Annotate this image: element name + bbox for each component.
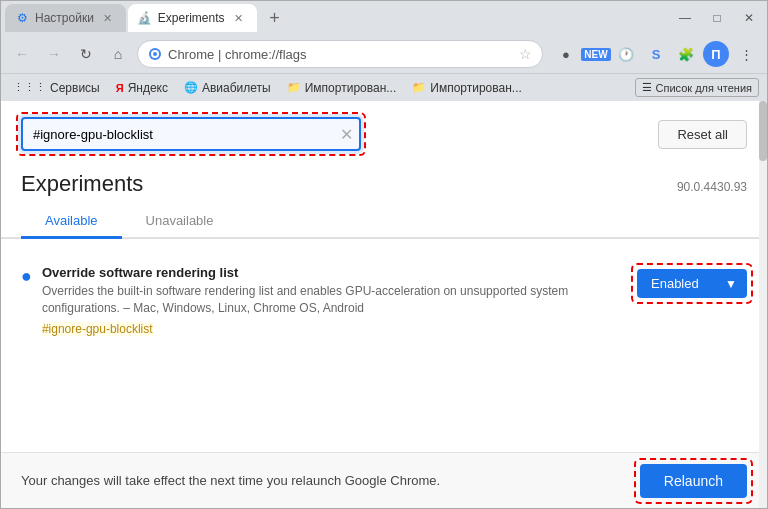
experiment-select[interactable]: Default Enabled Disabled [637, 269, 747, 298]
url-favicon [148, 47, 162, 61]
reading-list-icon: ☰ [642, 81, 652, 94]
reading-list-label: Список для чтения [656, 82, 752, 94]
tab-settings[interactable]: ⚙ Настройки ✕ [5, 4, 126, 32]
bottom-message: Your changes will take effect the next t… [21, 473, 440, 488]
bookmark-yandex[interactable]: Я Яндекс [112, 79, 172, 97]
experiment-flag: #ignore-gpu-blocklist [42, 322, 153, 336]
home-button[interactable]: ⌂ [105, 41, 131, 67]
window-controls: — □ ✕ [671, 4, 763, 32]
bookmark-imported-2[interactable]: 📁 Импортирован... [408, 79, 526, 97]
svg-point-2 [153, 52, 157, 56]
close-button[interactable]: ✕ [735, 4, 763, 32]
tab-experiments[interactable]: 🔬 Experiments ✕ [128, 4, 257, 32]
bookmark-aviabilety[interactable]: 🌐 Авиабилеты [180, 79, 275, 97]
title-bar: ⚙ Настройки ✕ 🔬 Experiments ✕ + — □ ✕ [1, 1, 767, 35]
toolbar-icon-clock[interactable]: 🕐 [613, 41, 639, 67]
imported2-icon: 📁 [412, 81, 426, 94]
experiment-title: Override software rendering list [42, 265, 621, 280]
reset-all-button[interactable]: Reset all [658, 120, 747, 149]
tab-available-label: Available [45, 213, 98, 228]
toolbar-menu-button[interactable]: ⋮ [733, 41, 759, 67]
tab-settings-label: Настройки [35, 11, 94, 25]
reading-list-button[interactable]: ☰ Список для чтения [635, 78, 759, 97]
tab-unavailable-label: Unavailable [146, 213, 214, 228]
forward-button[interactable]: → [41, 41, 67, 67]
url-text: Chrome | chrome://flags [168, 47, 513, 62]
bookmark-imported-1[interactable]: 📁 Импортирован... [283, 79, 401, 97]
bookmarks-bar: ⋮⋮⋮ Сервисы Я Яндекс 🌐 Авиабилеты 📁 Импо… [1, 73, 767, 101]
reset-all-label: Reset all [677, 127, 728, 142]
page-content: ✕ Reset all Experiments 90.0.4430.93 Ava… [1, 101, 767, 508]
bookmark-imported2-label: Импортирован... [430, 81, 522, 95]
search-box-wrapper: ✕ [21, 117, 361, 151]
toolbar-icons: ● NEW 🕐 S 🧩 П ⋮ [553, 41, 759, 67]
settings-gear-icon: ⚙ [15, 11, 29, 25]
new-tab-button[interactable]: + [261, 4, 289, 32]
url-bar[interactable]: Chrome | chrome://flags ☆ [137, 40, 543, 68]
search-area: ✕ Reset all [1, 101, 767, 159]
toolbar-icon-circle[interactable]: ● [553, 41, 579, 67]
toolbar-icon-new[interactable]: NEW [583, 41, 609, 67]
bottom-bar: Your changes will take effect the next t… [1, 452, 767, 508]
toolbar-icon-s[interactable]: S [643, 41, 669, 67]
relaunch-button[interactable]: Relaunch [640, 464, 747, 498]
url-flags-part: chrome://flags [225, 47, 307, 62]
search-clear-icon[interactable]: ✕ [340, 125, 353, 144]
bookmark-services-label: Сервисы [50, 81, 100, 95]
experiments-version: 90.0.4430.93 [677, 180, 747, 194]
tab-experiments-label: Experiments [158, 11, 225, 25]
url-separator: | [218, 47, 225, 62]
tab-settings-close[interactable]: ✕ [100, 10, 116, 26]
bookmark-services[interactable]: ⋮⋮⋮ Сервисы [9, 79, 104, 97]
experiment-info: Override software rendering list Overrid… [42, 265, 621, 336]
tab-unavailable[interactable]: Unavailable [122, 205, 238, 239]
content-area: ● Override software rendering list Overr… [1, 239, 767, 452]
tab-experiments-close[interactable]: ✕ [231, 10, 247, 26]
toolbar-icon-puzzle[interactable]: 🧩 [673, 41, 699, 67]
browser-window: ⚙ Настройки ✕ 🔬 Experiments ✕ + — □ ✕ ← … [0, 0, 768, 509]
yandex-icon: Я [116, 82, 124, 94]
tab-available[interactable]: Available [21, 205, 122, 239]
maximize-button[interactable]: □ [703, 4, 731, 32]
experiments-tabs: Available Unavailable [1, 205, 767, 239]
relaunch-label: Relaunch [664, 473, 723, 489]
experiment-dot-icon: ● [21, 266, 32, 287]
services-icon: ⋮⋮⋮ [13, 81, 46, 94]
scrollbar-thumb[interactable] [759, 101, 767, 161]
bookmark-aviabilety-label: Авиабилеты [202, 81, 271, 95]
bookmark-yandex-label: Яндекс [128, 81, 168, 95]
bookmark-star-icon[interactable]: ☆ [519, 46, 532, 62]
toolbar-icon-user[interactable]: П [703, 41, 729, 67]
experiment-item: ● Override software rendering list Overr… [21, 255, 747, 346]
experiments-icon: 🔬 [138, 11, 152, 25]
back-button[interactable]: ← [9, 41, 35, 67]
search-input[interactable] [21, 117, 361, 151]
bookmark-imported1-label: Импортирован... [305, 81, 397, 95]
url-chrome-part: Chrome [168, 47, 214, 62]
relaunch-wrapper: Relaunch [640, 464, 747, 498]
scrollbar[interactable] [759, 101, 767, 508]
reload-button[interactable]: ↻ [73, 41, 99, 67]
address-bar: ← → ↻ ⌂ Chrome | chrome://flags ☆ ● NEW … [1, 35, 767, 73]
aviabilety-icon: 🌐 [184, 81, 198, 94]
experiment-description: Overrides the built-in software renderin… [42, 283, 621, 317]
minimize-button[interactable]: — [671, 4, 699, 32]
experiments-header: Experiments 90.0.4430.93 [1, 159, 767, 205]
experiments-title: Experiments [21, 171, 143, 197]
experiment-control: Default Enabled Disabled ▼ [637, 269, 747, 298]
imported1-icon: 📁 [287, 81, 301, 94]
